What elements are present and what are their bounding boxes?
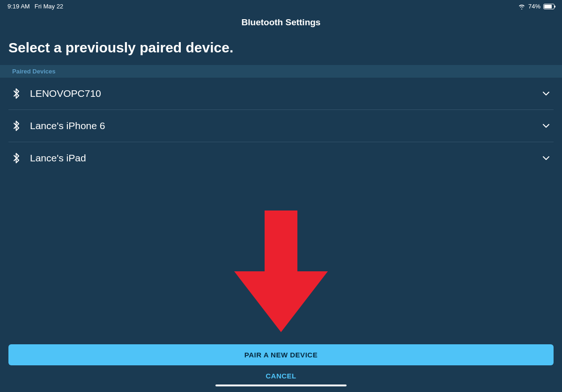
- bluetooth-icon: [11, 121, 22, 131]
- status-date: Fri May 22: [35, 3, 63, 10]
- device-row[interactable]: LENOVOPC710: [8, 78, 554, 110]
- page-title: Bluetooth Settings: [0, 11, 562, 36]
- section-paired-devices: Paired Devices: [0, 65, 562, 78]
- status-right: 74%: [518, 3, 555, 10]
- bluetooth-icon: [11, 153, 22, 163]
- wifi-icon: [518, 4, 525, 9]
- device-name: LENOVOPC710: [22, 88, 541, 99]
- chevron-down-icon: [541, 91, 551, 96]
- status-left: 9:19 AM Fri May 22: [7, 3, 63, 10]
- device-list: LENOVOPC710 Lance's iPhone 6 Lance's iPa…: [0, 78, 562, 174]
- annotation-arrow-icon: [234, 211, 328, 334]
- home-indicator[interactable]: [215, 385, 347, 386]
- device-name: Lance's iPhone 6: [22, 120, 541, 131]
- page-heading: Select a previously paired device.: [0, 36, 562, 65]
- bottom-actions: PAIR A NEW DEVICE CANCEL: [0, 344, 562, 392]
- status-time: 9:19 AM: [7, 3, 30, 10]
- chevron-down-icon: [541, 156, 551, 160]
- status-bar: 9:19 AM Fri May 22 74%: [0, 0, 562, 11]
- device-row[interactable]: Lance's iPad: [8, 142, 554, 174]
- device-row[interactable]: Lance's iPhone 6: [8, 110, 554, 142]
- bluetooth-icon: [11, 88, 22, 99]
- chevron-down-icon: [541, 123, 551, 128]
- cancel-button[interactable]: CANCEL: [8, 365, 554, 380]
- pair-new-device-button[interactable]: PAIR A NEW DEVICE: [8, 344, 554, 365]
- battery-icon: [543, 4, 555, 9]
- device-name: Lance's iPad: [22, 152, 541, 164]
- battery-percent: 74%: [528, 3, 540, 10]
